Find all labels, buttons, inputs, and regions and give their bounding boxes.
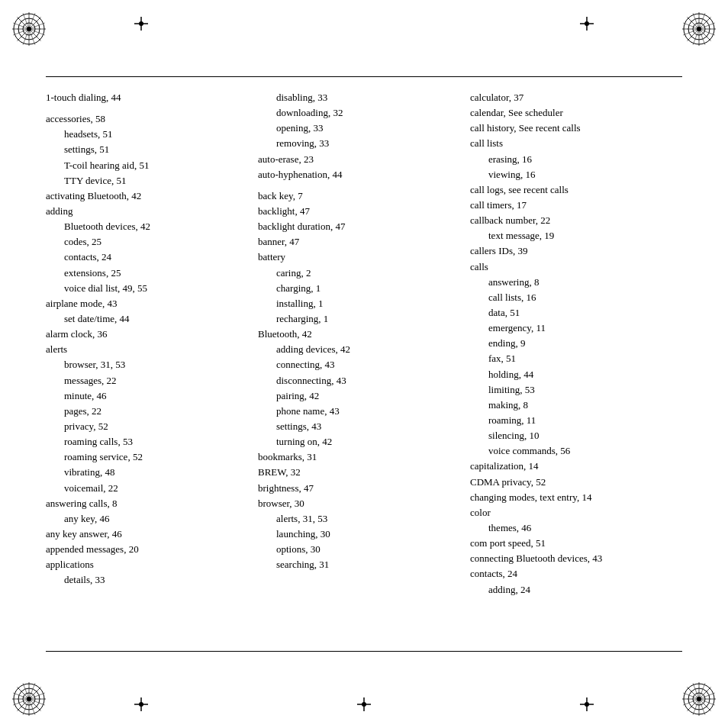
entry-adding-devices: adding devices, 42: [258, 342, 459, 357]
entry-turning-on: turning on, 42: [258, 434, 459, 449]
entry-color: color: [470, 505, 671, 520]
entry-alerts-browser: alerts, 31, 53: [258, 511, 459, 527]
entry-bluetooth: Bluetooth, 42: [258, 327, 459, 342]
entry-making: making, 8: [470, 398, 671, 413]
entry-viewing: viewing, 16: [470, 167, 671, 182]
svg-point-53: [585, 21, 589, 26]
entry-holding: holding, 44: [470, 367, 671, 382]
entry-capitalization: capitalization, 14: [470, 459, 671, 474]
index-column-2: disabling, 33 downloading, 32 opening, 3…: [258, 82, 470, 646]
index-content: 1-touch dialing, 44 accessories, 58 head…: [46, 82, 682, 646]
entry-callback-number: callback number, 22: [470, 213, 671, 228]
entry-roaming-calls-alerts: roaming calls, 53: [46, 434, 246, 449]
entry-voice-commands: voice commands, 56: [470, 443, 671, 459]
entry-browser-alerts: browser, 31, 53: [46, 357, 246, 372]
entry-connecting-bt: connecting, 43: [258, 357, 459, 372]
entry-settings-bt: settings, 43: [258, 419, 459, 434]
svg-point-50: [139, 21, 143, 26]
entry-brew: BREW, 32: [258, 465, 459, 480]
entry-callers-ids: callers IDs, 39: [470, 243, 671, 259]
entry-call-logs: call logs, see recent calls: [470, 182, 671, 198]
entry-privacy-alerts: privacy, 52: [46, 419, 246, 434]
entry-charging: charging, 1: [258, 281, 459, 296]
entry-pairing: pairing, 42: [258, 388, 459, 404]
entry-1touch: 1-touch dialing, 44: [46, 90, 246, 105]
entry-tty: TTY device, 51: [46, 173, 246, 188]
entry-messages-alerts: messages, 22: [46, 373, 246, 388]
entry-back-key: back key, 7: [258, 188, 459, 204]
entry-caring: caring, 2: [258, 266, 459, 281]
entry-calendar: calendar, See scheduler: [470, 105, 671, 121]
entry-changing-modes: changing modes, text entry, 14: [470, 490, 671, 505]
entry-voicemail-alerts: voicemail, 22: [46, 481, 246, 496]
entry-contacts: contacts, 24: [470, 566, 671, 581]
entry-details: details, 33: [46, 572, 246, 588]
entry-call-history: call history, See recent calls: [470, 121, 671, 136]
corner-decoration-tl: [6, 6, 52, 52]
entry-roaming-service-alerts: roaming service, 52: [46, 449, 246, 465]
entry-downloading: downloading, 32: [258, 105, 459, 121]
entry-call-timers: call timers, 17: [470, 198, 671, 213]
entry-silencing: silencing, 10: [470, 428, 671, 443]
entry-backlight: backlight, 47: [258, 204, 459, 219]
svg-point-59: [585, 702, 589, 707]
entry-emergency: emergency, 11: [470, 321, 671, 336]
entry-banner: banner, 47: [258, 234, 459, 250]
corner-decoration-bl: [6, 676, 52, 722]
entry-com-port-speed: com port speed, 51: [470, 536, 671, 551]
crosshair-bot-center: [357, 697, 371, 711]
entry-accessories: accessories, 58: [46, 111, 246, 127]
entry-contacts-add: contacts, 24: [46, 250, 246, 265]
entry-headsets: headsets, 51: [46, 127, 246, 142]
entry-launching: launching, 30: [258, 527, 459, 542]
entry-erasing: erasing, 16: [470, 152, 671, 167]
entry-cdma-privacy: CDMA privacy, 52: [470, 475, 671, 490]
entry-ending: ending, 9: [470, 336, 671, 351]
entry-searching: searching, 31: [258, 557, 459, 572]
entry-auto-erase: auto-erase, 23: [258, 152, 459, 167]
entry-recharging: recharging, 1: [258, 311, 459, 327]
entry-adding-contacts: adding, 24: [470, 582, 671, 598]
entry-call-lists: call lists: [470, 136, 671, 151]
entry-calls: calls: [470, 259, 671, 275]
entry-activating-bt: activating Bluetooth, 42: [46, 188, 246, 204]
entry-pages-alerts: pages, 22: [46, 404, 246, 419]
crosshair-top-left: [134, 17, 148, 31]
entry-call-lists-sub: call lists, 16: [470, 290, 671, 305]
entry-adding: adding: [46, 204, 246, 219]
svg-point-62: [362, 702, 366, 707]
entry-codes: codes, 25: [46, 234, 246, 250]
index-column-1: 1-touch dialing, 44 accessories, 58 head…: [46, 82, 258, 646]
entry-connecting-bt-devices: connecting Bluetooth devices, 43: [470, 551, 671, 566]
entry-set-datetime: set date/time, 44: [46, 311, 246, 327]
entry-alarm-clock: alarm clock, 36: [46, 327, 246, 342]
entry-backlight-duration: backlight duration, 47: [258, 219, 459, 234]
crosshair-bot-left: [134, 697, 148, 711]
entry-applications: applications: [46, 557, 246, 572]
entry-vibrating: vibrating, 48: [46, 465, 246, 480]
entry-options: options, 30: [258, 542, 459, 557]
entry-phone-name: phone name, 43: [258, 404, 459, 419]
entry-data: data, 51: [470, 305, 671, 321]
entry-battery: battery: [258, 250, 459, 265]
entry-extensions: extensions, 25: [46, 266, 246, 281]
entry-fax: fax, 51: [470, 351, 671, 366]
entry-brightness: brightness, 47: [258, 481, 459, 496]
entry-themes: themes, 46: [470, 520, 671, 536]
corner-decoration-br: [676, 676, 722, 722]
entry-opening: opening, 33: [258, 121, 459, 136]
entry-installing: installing, 1: [258, 296, 459, 311]
index-column-3: calculator, 37 calendar, See scheduler c…: [470, 82, 682, 646]
crosshair-top-right: [580, 17, 594, 31]
crosshair-bot-right: [580, 697, 594, 711]
entry-settings-acc: settings, 51: [46, 142, 246, 157]
entry-bookmarks: bookmarks, 31: [258, 449, 459, 465]
entry-minute-alerts: minute, 46: [46, 388, 246, 404]
entry-disabling: disabling, 33: [258, 90, 459, 105]
entry-airplane-mode: airplane mode, 43: [46, 296, 246, 311]
entry-answering: answering, 8: [470, 275, 671, 290]
entry-tcoil: T-coil hearing aid, 51: [46, 158, 246, 173]
entry-limiting: limiting, 53: [470, 382, 671, 398]
entry-alerts: alerts: [46, 342, 246, 357]
entry-browser: browser, 30: [258, 496, 459, 511]
